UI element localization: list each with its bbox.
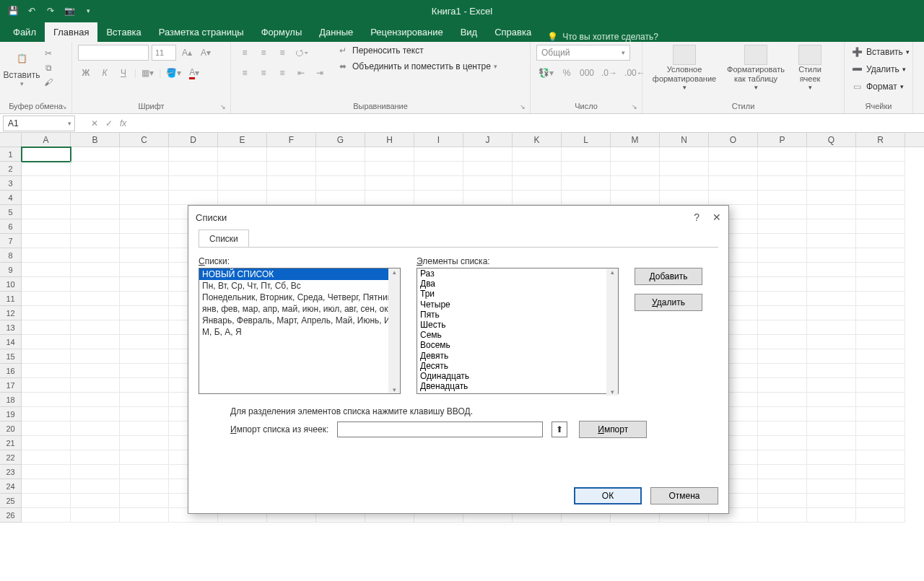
cell[interactable] bbox=[120, 421, 169, 436]
cell[interactable] bbox=[120, 205, 169, 219]
ok-button[interactable]: ОК bbox=[574, 487, 642, 504]
redo-icon[interactable]: ↷ bbox=[45, 5, 56, 17]
cell[interactable] bbox=[22, 349, 71, 364]
cell[interactable] bbox=[22, 335, 71, 349]
row-header[interactable]: 10 bbox=[0, 277, 22, 292]
cell[interactable] bbox=[218, 176, 267, 191]
enter-formula-icon[interactable]: ✓ bbox=[105, 118, 113, 128]
cell[interactable] bbox=[463, 191, 513, 205]
cell[interactable] bbox=[807, 147, 856, 162]
add-button[interactable]: Добавить bbox=[635, 268, 702, 285]
cell[interactable] bbox=[758, 320, 807, 335]
cell[interactable] bbox=[22, 436, 71, 450]
cell[interactable] bbox=[807, 407, 856, 421]
decrease-indent-icon[interactable]: ⇤ bbox=[293, 65, 309, 81]
cell[interactable] bbox=[316, 162, 365, 176]
cell[interactable] bbox=[71, 263, 120, 277]
cell[interactable] bbox=[856, 450, 905, 465]
cell[interactable] bbox=[120, 277, 169, 292]
tab-справка[interactable]: Справка bbox=[486, 22, 540, 42]
cell[interactable] bbox=[71, 248, 120, 263]
column-header[interactable]: F bbox=[267, 133, 316, 147]
cell[interactable] bbox=[22, 277, 71, 292]
cell[interactable] bbox=[562, 162, 611, 176]
cell[interactable] bbox=[758, 335, 807, 349]
cell[interactable] bbox=[71, 147, 120, 162]
cell[interactable] bbox=[709, 176, 758, 191]
cell[interactable] bbox=[856, 436, 905, 450]
number-format-select[interactable]: Общий ▾ bbox=[536, 45, 630, 61]
cell[interactable] bbox=[22, 421, 71, 436]
format-cells-button[interactable]: ▭Формат▾ bbox=[850, 79, 904, 94]
cell[interactable] bbox=[758, 162, 807, 176]
cell[interactable] bbox=[267, 176, 316, 191]
cell[interactable] bbox=[316, 191, 365, 205]
cell[interactable] bbox=[120, 494, 169, 508]
column-header[interactable]: D bbox=[169, 133, 218, 147]
cell[interactable] bbox=[856, 176, 905, 191]
row-header[interactable]: 7 bbox=[0, 234, 22, 248]
orientation-icon[interactable]: ⭯▾ bbox=[293, 45, 310, 61]
cell[interactable] bbox=[856, 378, 905, 393]
cell[interactable] bbox=[562, 176, 611, 191]
cell[interactable] bbox=[267, 162, 316, 176]
tab-вставка[interactable]: Вставка bbox=[97, 22, 149, 42]
column-header[interactable]: R bbox=[856, 133, 905, 147]
cell[interactable] bbox=[22, 292, 71, 306]
cell[interactable] bbox=[758, 306, 807, 320]
cell[interactable] bbox=[562, 191, 611, 205]
cell[interactable] bbox=[660, 162, 709, 176]
cell[interactable] bbox=[856, 306, 905, 320]
cell[interactable] bbox=[856, 364, 905, 378]
cell[interactable] bbox=[22, 248, 71, 263]
launcher-icon[interactable]: ↘ bbox=[220, 103, 226, 110]
cell[interactable] bbox=[71, 292, 120, 306]
cell[interactable] bbox=[71, 393, 120, 407]
cell[interactable] bbox=[807, 248, 856, 263]
row-header[interactable]: 16 bbox=[0, 364, 22, 378]
cell[interactable] bbox=[120, 335, 169, 349]
cell[interactable] bbox=[807, 378, 856, 393]
cell[interactable] bbox=[807, 349, 856, 364]
italic-button[interactable]: К bbox=[97, 65, 113, 81]
cell[interactable] bbox=[758, 263, 807, 277]
cell[interactable] bbox=[758, 248, 807, 263]
cell[interactable] bbox=[513, 191, 562, 205]
cell[interactable] bbox=[758, 349, 807, 364]
font-size-input[interactable] bbox=[152, 45, 176, 61]
cell[interactable] bbox=[22, 494, 71, 508]
cell[interactable] bbox=[365, 147, 414, 162]
cell[interactable] bbox=[71, 306, 120, 320]
cell[interactable] bbox=[22, 147, 71, 162]
list-item[interactable]: Январь, Февраль, Март, Апрель, Май, Июнь… bbox=[199, 315, 400, 326]
cell[interactable] bbox=[807, 335, 856, 349]
cell[interactable] bbox=[758, 436, 807, 450]
underline-button[interactable]: Ч bbox=[116, 65, 131, 81]
cell[interactable] bbox=[758, 147, 807, 162]
row-header[interactable]: 17 bbox=[0, 378, 22, 393]
tab-файл[interactable]: Файл bbox=[4, 22, 45, 42]
delete-button[interactable]: Удалить bbox=[635, 294, 702, 311]
cell[interactable] bbox=[856, 494, 905, 508]
paste-button[interactable]: 📋 Вставить ▾ bbox=[6, 45, 38, 91]
cell[interactable] bbox=[807, 219, 856, 234]
row-header[interactable]: 19 bbox=[0, 407, 22, 421]
cell[interactable] bbox=[856, 263, 905, 277]
cell[interactable] bbox=[22, 219, 71, 234]
row-header[interactable]: 1 bbox=[0, 147, 22, 162]
cancel-formula-icon[interactable]: ✕ bbox=[91, 118, 98, 128]
row-header[interactable]: 4 bbox=[0, 191, 22, 205]
cell[interactable] bbox=[71, 436, 120, 450]
cell[interactable] bbox=[169, 147, 218, 162]
delete-cells-button[interactable]: ➖Удалить▾ bbox=[850, 62, 906, 77]
tab-рецензирование[interactable]: Рецензирование bbox=[362, 22, 451, 42]
cell[interactable] bbox=[758, 176, 807, 191]
cell[interactable] bbox=[856, 407, 905, 421]
tab-формулы[interactable]: Формулы bbox=[253, 22, 311, 42]
column-header[interactable]: K bbox=[513, 133, 562, 147]
cell[interactable] bbox=[120, 378, 169, 393]
cell[interactable] bbox=[807, 479, 856, 494]
cell[interactable] bbox=[807, 436, 856, 450]
launcher-icon[interactable]: ↘ bbox=[632, 103, 637, 110]
cell[interactable] bbox=[807, 234, 856, 248]
